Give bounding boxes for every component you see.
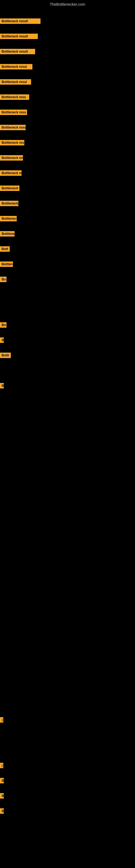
bottleneck-row-11: Bottleneck re [0, 182, 135, 194]
bottleneck-result-label: Bottleneck res [0, 155, 23, 161]
bottleneck-row-2: Bottleneck result [0, 45, 135, 58]
bottleneck-result-label: Bottleneck re [0, 216, 17, 221]
bottleneck-result-label: Bottleneck resul [0, 79, 31, 85]
bottleneck-result-label: Bottleneck resu [0, 140, 24, 145]
bottleneck-result-label: B [0, 383, 4, 389]
bottleneck-row-22: Bottl [0, 349, 135, 361]
bottleneck-result-label: B [0, 778, 4, 783]
bottleneck-row-8: Bottleneck resu [0, 137, 135, 149]
bottleneck-row-1: Bottleneck result [0, 30, 135, 42]
bottleneck-row-49: | [0, 760, 135, 771]
bottleneck-row-51: B [0, 790, 135, 802]
bottleneck-result-label: B [0, 808, 4, 814]
bottleneck-result-label: Bottleneck resu [0, 125, 26, 130]
bottleneck-result-label: Bottlenec [0, 231, 14, 237]
bottleneck-row-16: Bottlen [0, 258, 135, 270]
bottleneck-row-21: B [0, 334, 135, 346]
bottleneck-row-24: B [0, 380, 135, 392]
bottleneck-row-14: Bottlenec [0, 228, 135, 240]
bottleneck-result-label: Bottleneck resu [0, 110, 27, 115]
bottleneck-result-label: B [0, 337, 4, 343]
bottleneck-row-12: Bottleneck re [0, 197, 135, 209]
bottleneck-row-3: Bottleneck resul [0, 61, 135, 73]
bottleneck-row-52: B [0, 805, 135, 817]
site-title: TheBottlenecker.com [0, 0, 135, 9]
bottleneck-row-10: Bottleneck res [0, 167, 135, 179]
bottleneck-result-label: Bottleneck re [0, 186, 19, 191]
bottleneck-row-17: Bo [0, 273, 135, 285]
bottleneck-row-4: Bottleneck resul [0, 76, 135, 88]
bottleneck-result-label: Bottleneck result [0, 34, 38, 39]
bottleneck-row-50: B [0, 775, 135, 786]
bottleneck-row-46: | [0, 714, 135, 726]
bottleneck-result-label: Bottleneck resu [0, 94, 29, 100]
bottleneck-result-label: Bottl [0, 352, 11, 358]
bottleneck-result-label: Bottleneck result [0, 19, 41, 24]
bottleneck-row-7: Bottleneck resu [0, 122, 135, 133]
bottleneck-row-5: Bottleneck resu [0, 91, 135, 103]
bottleneck-row-13: Bottleneck re [0, 213, 135, 225]
bottleneck-row-0: Bottleneck result [0, 15, 135, 27]
bottleneck-row-9: Bottleneck res [0, 152, 135, 164]
bottleneck-result-label: Bo [0, 277, 6, 282]
bottleneck-result-label: Bottlen [0, 261, 13, 267]
bottleneck-row-6: Bottleneck resu [0, 106, 135, 118]
bottleneck-result-label: | [0, 763, 3, 768]
bottleneck-result-label: B [0, 793, 4, 799]
bottleneck-row-20: Bo [0, 319, 135, 331]
bottleneck-result-label: Bottleneck result [0, 49, 35, 54]
bottleneck-row-15: Bott [0, 243, 135, 255]
bottleneck-result-label: Bottleneck re [0, 201, 18, 206]
bottleneck-result-label: Bottleneck res [0, 170, 21, 176]
bottleneck-result-label: Bott [0, 246, 10, 252]
bottleneck-result-label: | [0, 717, 3, 723]
bottleneck-result-label: Bo [0, 322, 6, 328]
bottleneck-result-label: Bottleneck resul [0, 64, 32, 69]
